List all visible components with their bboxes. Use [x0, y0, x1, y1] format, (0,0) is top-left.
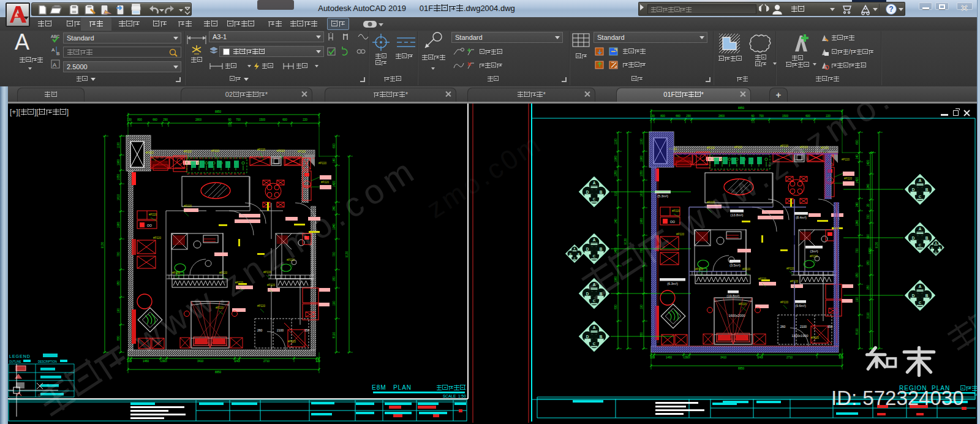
svg-text:ABC: ABC: [51, 34, 59, 39]
svg-text:190: 190: [117, 308, 120, 313]
svg-text:220: 220: [303, 118, 307, 121]
svg-text:120: 120: [315, 360, 320, 363]
svg-text:700: 700: [333, 252, 336, 257]
svg-text:1420: 1420: [333, 180, 336, 187]
svg-text:9130: 9130: [875, 241, 878, 248]
svg-text:8190: 8190: [333, 331, 336, 338]
svg-text:#P220: #P220: [216, 306, 224, 309]
svg-text:B: B: [56, 51, 59, 56]
svg-text:1960: 1960: [117, 159, 120, 165]
svg-text:(9.6m²): (9.6m²): [795, 304, 806, 308]
svg-text:#P220: #P220: [235, 281, 244, 284]
svg-text:600: 600: [333, 143, 336, 148]
svg-text:1240: 1240: [333, 223, 336, 230]
svg-text:1460: 1460: [143, 360, 149, 363]
svg-text:#P220: #P220: [288, 340, 296, 343]
svg-text:700: 700: [867, 214, 870, 219]
svg-text:1250: 1250: [614, 170, 617, 176]
svg-text:140: 140: [333, 158, 336, 163]
svg-text:(8.4m²): (8.4m²): [796, 216, 807, 219]
svg-text:8850: 8850: [215, 371, 222, 374]
svg-text:#P220: #P220: [287, 259, 295, 262]
svg-text:950: 950: [333, 276, 336, 281]
svg-text:60: 60: [228, 118, 232, 121]
svg-text:DESCRIPTION: DESCRIPTION: [38, 360, 57, 363]
svg-text:950: 950: [117, 281, 120, 286]
svg-text:OO: OO: [147, 224, 152, 227]
svg-text:OUTLINE: OUTLINE: [9, 360, 21, 363]
svg-text:2100: 2100: [277, 328, 284, 332]
svg-text:9130: 9130: [101, 241, 104, 248]
svg-text:#P220: #P220: [146, 151, 154, 154]
svg-text:700: 700: [117, 252, 120, 257]
svg-text:1450: 1450: [614, 247, 617, 254]
svg-text:20: 20: [867, 203, 870, 207]
svg-text:950: 950: [867, 260, 870, 265]
svg-text:3190: 3190: [867, 312, 870, 319]
svg-text:#P220: #P220: [153, 237, 162, 240]
svg-text:600: 600: [282, 118, 287, 121]
svg-text:1960: 1960: [614, 155, 617, 162]
svg-text:1960: 1960: [117, 221, 120, 228]
svg-text:800: 800: [137, 118, 142, 121]
svg-text:290: 290: [163, 118, 168, 121]
svg-text:#P220: #P220: [149, 213, 157, 216]
svg-text:#P220: #P220: [257, 148, 266, 151]
svg-text:#P220: #P220: [263, 271, 272, 274]
svg-text:2710: 2710: [263, 360, 270, 363]
svg-text:260: 260: [257, 328, 263, 332]
svg-text:#P220: #P220: [184, 205, 192, 208]
svg-text:830: 830: [614, 305, 617, 309]
svg-text:A: A: [53, 62, 56, 68]
svg-text:1300x1900: 1300x1900: [791, 334, 808, 338]
svg-text:(13.8m²): (13.8m²): [731, 213, 744, 217]
svg-text:130: 130: [127, 360, 132, 363]
svg-text:240: 240: [235, 360, 239, 363]
svg-text:130: 130: [127, 118, 132, 121]
svg-text:(19.8m²): (19.8m²): [727, 294, 740, 298]
svg-text:#P220: #P220: [172, 271, 181, 274]
svg-text:1960: 1960: [614, 276, 617, 282]
svg-text:1500: 1500: [259, 118, 266, 121]
svg-text:(5.3m²): (5.3m²): [657, 194, 668, 198]
svg-text:8850: 8850: [215, 110, 222, 113]
svg-text:1600x2000: 1600x2000: [728, 314, 745, 317]
svg-text:#P220: #P220: [318, 162, 327, 165]
svg-text:2800: 2800: [195, 118, 202, 121]
svg-text:?: ?: [889, 5, 893, 13]
svg-text:990: 990: [867, 234, 870, 239]
svg-text:1610: 1610: [117, 194, 120, 200]
svg-text:#P220: #P220: [298, 150, 306, 153]
svg-text:#P220: #P220: [267, 284, 276, 287]
svg-text:830: 830: [117, 336, 120, 341]
svg-text:#P220: #P220: [219, 271, 228, 274]
svg-text:1240: 1240: [867, 183, 870, 190]
svg-text:(3m²): (3m²): [810, 249, 818, 253]
svg-text:#P220: #P220: [277, 150, 285, 153]
svg-text:A: A: [51, 47, 55, 53]
svg-text:LEGEND: LEGEND: [9, 354, 31, 358]
svg-text:(6.3m²): (6.3m²): [667, 282, 678, 286]
svg-text:290: 290: [161, 360, 166, 363]
svg-text:700: 700: [236, 118, 241, 121]
svg-text:1420: 1420: [867, 159, 870, 166]
svg-text:190: 190: [333, 301, 336, 306]
svg-text:140: 140: [614, 219, 617, 224]
svg-text:9130: 9130: [345, 251, 349, 257]
svg-text:350: 350: [304, 328, 310, 332]
svg-text:240: 240: [333, 206, 336, 211]
svg-text:3410: 3410: [197, 360, 204, 363]
svg-text:1050: 1050: [117, 173, 120, 180]
svg-text:250: 250: [867, 285, 870, 290]
svg-text:#P220: #P220: [321, 181, 330, 184]
svg-text:#P220: #P220: [184, 150, 192, 153]
svg-text:1100: 1100: [117, 142, 120, 148]
svg-text:1100: 1100: [614, 138, 617, 145]
svg-text:660: 660: [153, 118, 157, 121]
svg-text:#P220: #P220: [211, 150, 220, 153]
svg-text:(3.5m²): (3.5m²): [729, 263, 741, 267]
svg-text:#P220: #P220: [257, 305, 266, 308]
svg-text:910: 910: [614, 191, 617, 196]
